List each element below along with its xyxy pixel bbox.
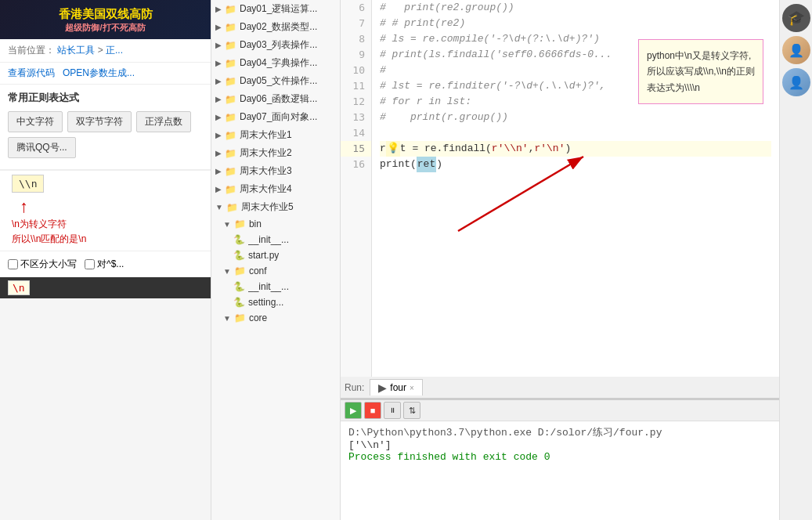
breadcrumb-link2[interactable]: 正... [106,45,123,56]
bottom-run-panel: ▶ ■ ⏸ ⇅ D:\Python\python3.7\python.exe D… [341,399,779,520]
tree-label: Day06_函数逻辑... [240,92,317,106]
btn-chinese-char[interactable]: 中文字符 [8,111,63,132]
tree-item-hw5[interactable]: ▼ 📁 周末大作业5 [211,198,340,216]
tree-item-day01[interactable]: ▶ 📁 Day01_逻辑运算... [211,0,340,18]
tree-item-init2[interactable]: 🐍 __init__... [211,279,340,294]
tree-item-core[interactable]: ▼ 📁 core [211,310,340,326]
collapse-arrow: ▶ [215,113,222,121]
right-avatar-panel: 🎓 👤 👤 [779,0,812,520]
python-file-icon: 🐍 [233,234,245,245]
view-source-link[interactable]: 查看源代码 [8,67,55,80]
run-pause-button[interactable]: ⏸ [384,402,401,419]
run-output-area: D:\Python\python3.7\python.exe D:/solor/… [341,421,779,520]
tree-item-conf[interactable]: ▼ 📁 conf [211,263,340,279]
run-tab-icon: ▶ [378,381,387,394]
collapse-arrow: ▼ [223,314,231,323]
tree-label: Day04_字典操作... [240,56,317,70]
python-file-icon: 🐍 [233,297,245,308]
run-result-line: ['\\n'] [348,439,771,451]
run-step-button[interactable]: ⇅ [403,402,420,419]
tree-item-hw4[interactable]: ▶ 📁 周末大作业4 [211,180,340,198]
tree-label: start.py [248,250,279,261]
folder-icon: 📁 [225,22,236,33]
tree-item-day04[interactable]: ▶ 📁 Day04_字典操作... [211,54,340,72]
regex-input-area: \\n ↑ \n为转义字符 所以\\n匹配的是\n [0,170,211,251]
terminal-input-display: \n [8,280,30,295]
anno-line1: \n为转义字符 [12,218,67,229]
folder-icon: 📁 [225,76,236,87]
tree-label: core [249,312,267,323]
tree-item-start[interactable]: 🐍 start.py [211,247,340,263]
line-num-15: 15 [341,141,371,157]
line-num-13: 13 [341,110,371,125]
collapse-arrow: ▶ [215,167,222,175]
avatar-person2: 👤 [782,68,810,96]
line-num-12: 12 [341,94,371,110]
code-line-6: # print(re2.group()) [380,0,771,16]
tree-label: Day01_逻辑运算... [240,2,317,16]
options-checkboxes: 不区分大小写 对^$... [0,251,211,277]
tree-item-day06[interactable]: ▶ 📁 Day06_函数逻辑... [211,90,340,108]
tree-item-init1[interactable]: 🐍 __init__... [211,232,340,247]
python-file-icon: 🐍 [233,281,245,292]
avatar-graduation: 🎓 [782,4,810,32]
run-tab-four[interactable]: ▶ four × [370,379,423,395]
tree-label: Day03_列表操作... [240,38,317,52]
open-params-link[interactable]: OPEN参数生成... [63,67,135,80]
breadcrumb-link1[interactable]: 站长工具 [57,45,95,56]
line-num-7: 7 [341,16,371,31]
tree-label: bin [249,218,262,229]
btn-qq[interactable]: 腾讯QQ号... [8,137,76,158]
line-num-16: 16 [341,157,371,172]
folder-icon: 📁 [234,218,246,229]
tree-label: 周末大作业1 [240,128,292,142]
tree-label: 周末大作业3 [240,164,292,178]
tree-item-bin[interactable]: ▼ 📁 bin [211,216,340,232]
terminal-input-bar: \n [0,277,211,298]
tree-item-settings[interactable]: 🐍 setting... [211,294,340,310]
tree-item-hw3[interactable]: ▶ 📁 周末大作业3 [211,162,340,180]
case-insensitive-checkbox[interactable] [8,259,18,269]
right-annotation-popup: python中\n又是转义字符, 所以应该写成\\n,\\n的正则 表达式为\\… [638,39,763,104]
anno-right-line2: 所以应该写成\\n,\\n的正则 [647,66,755,77]
breadcrumb-label: 当前位置： [8,45,55,56]
regex-section: 常用正则表达式 中文字符 双字节字符 正浮点数 腾讯QQ号... [0,85,211,170]
anno-right-line1: python中\n又是转义字符, [647,50,751,61]
up-arrow-icon: ↑ [20,197,203,217]
tree-item-hw1[interactable]: ▶ 📁 周末大作业1 [211,126,340,144]
tree-label: 周末大作业4 [240,182,292,196]
tree-item-day07[interactable]: ▶ 📁 Day07_面向对象... [211,108,340,126]
tree-item-hw2[interactable]: ▶ 📁 周末大作业2 [211,144,340,162]
folder-icon: 📁 [225,130,236,141]
tree-item-day03[interactable]: ▶ 📁 Day03_列表操作... [211,36,340,54]
folder-icon: 📁 [225,112,236,123]
collapse-arrow: ▼ [223,220,231,229]
collapse-arrow: ▶ [215,41,222,49]
code-editor: 6 7 8 9 10 11 12 13 14 15 16 # print(re2… [341,0,779,377]
folder-icon: 📁 [225,184,236,195]
line-num-9: 9 [341,47,371,63]
tree-item-day02[interactable]: ▶ 📁 Day02_数据类型... [211,18,340,36]
tree-item-day05[interactable]: ▶ 📁 Day05_文件操作... [211,72,340,90]
folder-icon: 📁 [234,265,246,276]
run-process-line: Process finished with exit code 0 [348,451,771,463]
person2-icon: 👤 [789,75,804,90]
run-stop-button[interactable]: ■ [364,402,381,419]
breadcrumb-sep: > [98,45,106,56]
case-insensitive-label[interactable]: 不区分大小写 [8,258,77,271]
run-play-button[interactable]: ▶ [345,402,362,419]
source-toolbar: 查看源代码 OPEN参数生成... [0,63,211,85]
line-num-10: 10 [341,63,371,78]
regex-section-title: 常用正则表达式 [8,91,203,105]
editor-area: 6 7 8 9 10 11 12 13 14 15 16 # print(re2… [341,0,779,520]
caret-checkbox[interactable] [85,259,95,269]
caret-label[interactable]: 对^$... [85,258,124,271]
btn-double-byte[interactable]: 双字节字符 [67,111,132,132]
ad-banner: 香港美国双线高防 超级防御/打不死高防 [0,0,211,39]
folder-icon: 📁 [225,58,236,69]
case-label-text: 不区分大小写 [20,258,77,271]
run-tab-close-btn[interactable]: × [410,384,414,392]
run-tab-bar: Run: ▶ four × [341,377,779,399]
btn-float[interactable]: 正浮点数 [136,111,191,132]
collapse-arrow: ▶ [215,59,222,67]
